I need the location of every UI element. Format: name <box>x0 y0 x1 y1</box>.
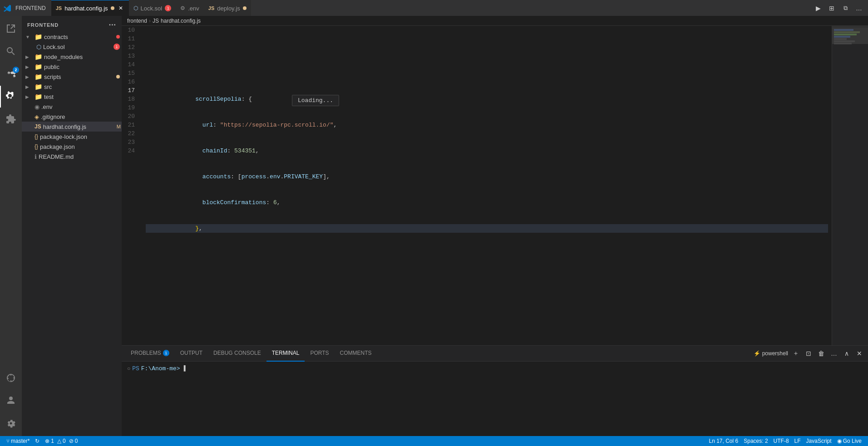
tree-label: public <box>44 64 122 70</box>
vscode-icon[interactable] <box>4 4 12 12</box>
tree-label: scripts <box>44 74 114 80</box>
add-terminal-button[interactable]: ＋ <box>791 348 801 358</box>
panel-tab-ports[interactable]: PORTS <box>305 346 334 362</box>
chevron-right-icon: ▶ <box>25 84 33 89</box>
status-branch[interactable]: ⑂ master* <box>4 436 32 446</box>
status-eol[interactable]: LF <box>792 436 804 446</box>
status-spaces[interactable]: Spaces: 2 <box>741 436 770 446</box>
breadcrumb-file-icon: JS <box>153 18 159 24</box>
sidebar-item-public[interactable]: ▶ 📁 public <box>22 62 122 72</box>
sidebar-item-package-lock[interactable]: ▶ {} package-lock.json <box>22 132 122 142</box>
terminal-prompt-line: ○ PS F:\Anom-me> ▌ <box>127 365 863 372</box>
status-errors[interactable]: ⊗ 1 △ 0 ⊘ 0 <box>42 436 80 446</box>
breadcrumb-file[interactable]: hardhat.config.js <box>161 18 201 24</box>
split-terminal-button[interactable]: ⊡ <box>804 348 814 358</box>
tab-label-env: .env <box>188 5 199 12</box>
gear-icon: ⚙ <box>180 5 185 11</box>
code-area[interactable]: scrollSepolia: { url: "https://sepolia-r… <box>142 26 832 345</box>
sidebar-item-package-json[interactable]: ▶ {} package.json <box>22 142 122 152</box>
status-line-col[interactable]: Ln 17, Col 6 <box>706 436 741 446</box>
panel-tab-problems[interactable]: PROBLEMS 1 <box>125 346 175 362</box>
code-line-20 <box>146 302 828 310</box>
breadcrumb: frontend › JS hardhat.config.js <box>122 16 868 26</box>
activity-settings[interactable] <box>0 412 22 434</box>
tab-hardhat-config[interactable]: JS hardhat.config.js ✕ <box>51 0 129 16</box>
panel: PROBLEMS 1 OUTPUT DEBUG CONSOLE TERMINAL… <box>122 345 868 436</box>
close-panel-button[interactable]: ✕ <box>854 348 864 358</box>
sol-icon: ⬡ <box>133 5 138 11</box>
chevron-right-icon: ▶ <box>25 54 33 59</box>
activity-bottom <box>0 367 22 434</box>
error-count: 1 <box>51 438 54 444</box>
more-panel-button[interactable]: … <box>829 348 839 358</box>
code-line-12: scrollSepolia: { <box>146 95 828 103</box>
kill-terminal-button[interactable]: 🗑 <box>816 348 826 358</box>
code-line-18 <box>146 250 828 259</box>
panel-tab-output[interactable]: OUTPUT <box>175 346 208 362</box>
activity-search[interactable] <box>0 40 22 62</box>
terminal-ps: PS <box>132 365 139 372</box>
powershell-label: ⚡ powershell <box>754 350 788 357</box>
tree-label: package-lock.json <box>40 133 122 140</box>
panel-tab-terminal[interactable]: TERMINAL <box>266 346 305 362</box>
lock-sol-badge: 1 <box>113 44 120 50</box>
run-button[interactable]: ▶ <box>813 3 824 14</box>
tab-deploy[interactable]: JS deploy.js <box>204 0 251 16</box>
status-go-live[interactable]: ◉ Go Live <box>834 436 864 446</box>
activity-run-debug[interactable] <box>0 86 22 108</box>
modified-dot <box>116 35 120 39</box>
git-branch-icon: ⑂ <box>6 438 10 444</box>
tree-label: test <box>44 93 122 100</box>
split-editor-button[interactable]: ⧉ <box>840 3 851 14</box>
status-sync[interactable]: ↻ <box>32 436 42 446</box>
sidebar-item-node-modules[interactable]: ▶ 📁 node_modules <box>22 52 122 62</box>
status-language[interactable]: JavaScript <box>804 436 834 446</box>
panel-content[interactable]: ○ PS F:\Anom-me> ▌ <box>122 362 868 436</box>
layout-button[interactable]: ⊞ <box>826 3 837 14</box>
activity-source-control[interactable]: 2 <box>0 63 22 85</box>
eol-label: LF <box>794 438 801 444</box>
sidebar-header[interactable]: FRONTEND ⋯ <box>22 16 122 32</box>
tab-modified-dot-deploy <box>243 6 247 10</box>
json-file-icon: {} <box>35 143 38 150</box>
sidebar-item-src[interactable]: ▶ 📁 src <box>22 82 122 92</box>
tab-env[interactable]: ⚙ .env <box>176 0 204 16</box>
activity-extensions[interactable] <box>0 108 22 130</box>
tab-badge-lock: 1 <box>165 5 171 11</box>
sidebar-item-hardhat-config[interactable]: ▶ JS hardhat.config.js M <box>22 122 122 132</box>
error-icon: ⊗ <box>45 438 49 444</box>
sidebar-item-scripts[interactable]: ▶ 📁 scripts <box>22 72 122 82</box>
code-line-15: accounts: [process.env.PRIVATE_KEY], <box>146 172 828 181</box>
sidebar-item-lock-sol[interactable]: ⬡ Lock.sol 1 <box>22 42 122 52</box>
main-layout: 2 <box>0 16 868 436</box>
code-line-19 <box>146 276 828 284</box>
panel-tab-debug-console[interactable]: DEBUG CONSOLE <box>208 346 266 362</box>
sidebar-item-test[interactable]: ▶ 📁 test <box>22 92 122 102</box>
terminal-cursor: ▌ <box>184 365 187 372</box>
status-encoding[interactable]: UTF-8 <box>771 436 792 446</box>
tree-label: Lock.sol <box>43 44 112 50</box>
more-button[interactable]: … <box>853 3 864 14</box>
shell-icon: ⚡ <box>754 350 760 357</box>
folder-label[interactable]: FRONTEND <box>15 5 46 11</box>
tab-lock-sol[interactable]: ⬡ Lock.sol 1 <box>129 0 176 16</box>
breadcrumb-folder[interactable]: frontend <box>127 18 147 24</box>
sidebar-item-gitignore[interactable]: ▶ ◈ .gitignore <box>22 112 122 122</box>
sidebar-item-contracts[interactable]: ▼ 📁 contracts <box>22 32 122 42</box>
code-line-11 <box>146 69 828 78</box>
sidebar-item-readme[interactable]: ▶ ℹ README.md <box>22 152 122 162</box>
sidebar-item-env[interactable]: ▶ ◉ .env <box>22 102 122 112</box>
panel-tab-comments[interactable]: COMMENTS <box>335 346 377 362</box>
tree-label: src <box>44 83 122 90</box>
code-line-16: blockConfirmations: 6, <box>146 198 828 207</box>
folder-icon: 📁 <box>35 63 42 70</box>
activity-remote[interactable] <box>0 367 22 389</box>
title-bar-left: FRONTEND <box>4 4 48 12</box>
activity-explorer[interactable] <box>0 18 22 39</box>
js-icon-deploy: JS <box>208 5 214 11</box>
activity-account[interactable] <box>0 390 22 412</box>
sidebar-ellipsis[interactable]: ⋯ <box>108 20 116 29</box>
tab-close-hardhat[interactable]: ✕ <box>117 5 124 12</box>
maximize-panel-button[interactable]: ∧ <box>842 348 852 358</box>
tab-bar: JS hardhat.config.js ✕ ⬡ Lock.sol 1 ⚙ .e… <box>51 0 813 16</box>
